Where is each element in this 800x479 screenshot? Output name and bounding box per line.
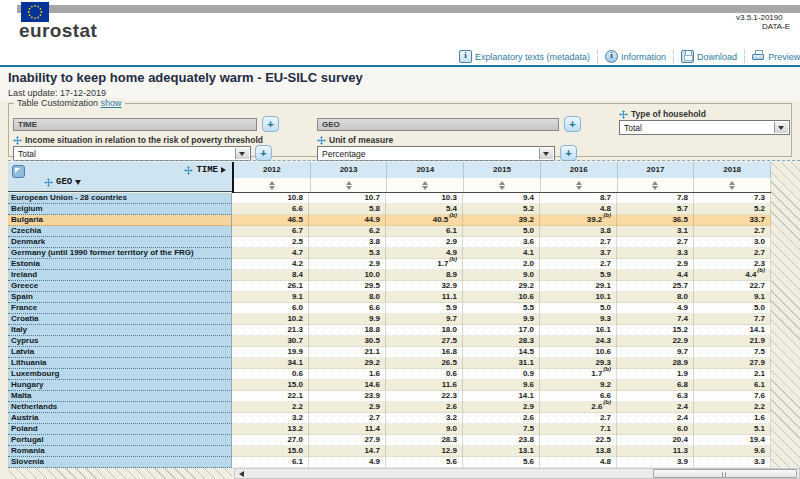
time-dimension-box[interactable]: TIME xyxy=(13,118,257,131)
dropdown-arrow-icon[interactable] xyxy=(539,148,553,159)
value-cell: 7.8 xyxy=(617,193,694,204)
move-icon[interactable] xyxy=(184,166,193,175)
eurostat-logo: eurostat xyxy=(19,20,97,42)
value-cell: 7.5 xyxy=(463,424,540,435)
value-cell: 7.6 xyxy=(694,391,771,402)
add-geo-button[interactable]: + xyxy=(564,116,581,132)
value-cell: 8.0 xyxy=(309,292,386,303)
table-row: Netherlands2.22.92.62.92.6(b)2.42.2 xyxy=(8,402,771,413)
year-header-row: 2012201320142015201620172018 xyxy=(234,162,771,178)
value-cell: 13.2 xyxy=(232,424,309,435)
app-build: DATA-E xyxy=(762,22,790,31)
value-cell: 4.1 xyxy=(463,248,540,259)
unit-of-measure-select[interactable]: Percentage xyxy=(317,146,555,161)
value-cell: 22.1 xyxy=(232,391,309,402)
move-icon[interactable] xyxy=(619,110,628,119)
show-link[interactable]: show xyxy=(101,98,122,108)
value-cell: 5.3 xyxy=(309,248,386,259)
toolbar-preview[interactable]: Preview xyxy=(744,50,800,63)
income-situation-select[interactable]: Total xyxy=(13,146,251,161)
sort-button[interactable] xyxy=(387,178,464,192)
dropdown-arrow-icon[interactable] xyxy=(235,148,249,159)
value-cell: 24.3 xyxy=(540,336,617,347)
toolbar-explanatory-texts-metadata[interactable]: Explanatory texts (metadata) xyxy=(452,50,597,63)
sort-button[interactable] xyxy=(694,178,771,192)
move-icon[interactable] xyxy=(13,136,22,145)
data-flag: (b) xyxy=(757,267,765,273)
move-icon[interactable] xyxy=(317,136,326,145)
value-cell: 27.9 xyxy=(694,358,771,369)
value-cell: 4.7 xyxy=(232,248,309,259)
type-of-household-select[interactable]: Total xyxy=(619,120,790,135)
data-flag: (b) xyxy=(603,399,611,405)
empty-area-bottom xyxy=(8,468,232,479)
geo-row-header: Cyprus xyxy=(8,336,232,347)
value-cell: 2.7 xyxy=(309,413,386,424)
scrollbar-thumb[interactable] xyxy=(653,469,797,478)
year-column-header: 2015 xyxy=(464,162,541,178)
geo-row-header: Luxembourg xyxy=(8,369,232,380)
sort-asc-icon xyxy=(346,181,352,185)
toolbar-information[interactable]: Information xyxy=(597,50,673,63)
value-cell: 2.0 xyxy=(463,259,540,270)
value-cell: 8.4 xyxy=(232,270,309,281)
value-cell: 0.9 xyxy=(463,369,540,380)
value-cell: 9.6 xyxy=(463,380,540,391)
add-unit-button[interactable]: + xyxy=(560,145,577,161)
value-cell: 4.8 xyxy=(540,457,617,468)
value-cell: 14.5 xyxy=(463,347,540,358)
table-row: Portugal27.027.928.323.822.520.419.4 xyxy=(8,435,771,446)
toolbar-download[interactable]: Download xyxy=(673,50,744,63)
sort-button[interactable] xyxy=(234,178,311,192)
value-cell: 9.1 xyxy=(232,292,309,303)
value-cell: 9.4 xyxy=(463,193,540,204)
sort-asc-icon xyxy=(422,181,428,185)
value-cell: 3.3 xyxy=(694,457,771,468)
sort-asc-icon xyxy=(729,181,735,185)
value-cell: 2.7 xyxy=(694,226,771,237)
table-row: Malta22.123.922.314.16.66.37.6 xyxy=(8,391,771,402)
value-cell: 10.0 xyxy=(309,270,386,281)
value-cell: 32.9 xyxy=(386,281,463,292)
sort-asc-icon xyxy=(269,181,275,185)
table-row: Poland13.211.49.07.57.16.05.1 xyxy=(8,424,771,435)
add-income-situation-button[interactable]: + xyxy=(255,145,272,161)
unit-of-measure-label: Unit of measure xyxy=(317,135,393,145)
value-cell: 2.9 xyxy=(309,259,386,270)
value-cell: 26.5 xyxy=(386,358,463,369)
value-cell: 4.9 xyxy=(617,303,694,314)
geo-row-header: Greece xyxy=(8,281,232,292)
value-cell: 3.9 xyxy=(617,457,694,468)
dropdown-arrow-icon[interactable] xyxy=(774,122,788,133)
sort-button[interactable] xyxy=(618,178,695,192)
add-time-button[interactable]: + xyxy=(262,116,279,132)
sort-button[interactable] xyxy=(464,178,541,192)
value-cell: 21.1 xyxy=(309,347,386,358)
value-cell: 4.2 xyxy=(232,259,309,270)
move-icon[interactable] xyxy=(44,178,53,187)
pivot-icon[interactable] xyxy=(12,165,25,178)
sort-button[interactable] xyxy=(541,178,618,192)
value-cell: 20.4 xyxy=(617,435,694,446)
table-row: Spain9.18.011.110.610.18.09.1 xyxy=(8,292,771,303)
scroll-left-button[interactable] xyxy=(237,471,246,478)
value-cell: 2.7 xyxy=(617,237,694,248)
sort-button[interactable] xyxy=(311,178,388,192)
table-customization-panel: Table Customization show TIME + GEO + Ty… xyxy=(8,103,792,157)
value-cell: 44.9 xyxy=(309,215,386,226)
year-column-header: 2017 xyxy=(618,162,695,178)
value-cell: 2.2 xyxy=(232,402,309,413)
value-cell: 6.0 xyxy=(232,303,309,314)
horizontal-scrollbar[interactable] xyxy=(234,468,800,479)
value-cell: 3.0 xyxy=(694,237,771,248)
value-cell: 16.1 xyxy=(540,325,617,336)
toolbar-item-label: Information xyxy=(621,52,666,62)
value-cell: 12.9 xyxy=(386,446,463,457)
value-cell: 3.7 xyxy=(540,248,617,259)
geo-axis-header[interactable]: GEO xyxy=(44,177,81,187)
value-cell: 22.9 xyxy=(617,336,694,347)
value-cell: 2.7 xyxy=(540,259,617,270)
geo-dimension-box[interactable]: GEO xyxy=(317,118,559,131)
time-axis-header[interactable]: TIME xyxy=(184,165,226,175)
value-cell: 28.3 xyxy=(463,336,540,347)
